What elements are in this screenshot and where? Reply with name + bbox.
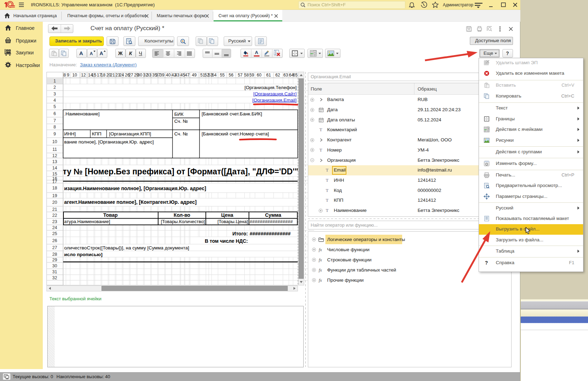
svg-text:40: 40 (166, 73, 171, 78)
svg-text:.Наименование]: .Наименование] (64, 111, 100, 116)
svg-text:19: 19 (52, 193, 57, 198)
svg-text:10: 10 (72, 73, 77, 78)
svg-text:24: 24 (52, 225, 57, 230)
svg-text:6: 6 (54, 111, 56, 116)
svg-text:17: 17 (52, 179, 57, 184)
svg-text:11: 11 (53, 147, 57, 152)
svg-text:БИК: БИК (174, 112, 184, 117)
svg-text:КПП: КПП (92, 131, 101, 136)
svg-text:12: 12 (52, 153, 57, 158)
svg-text:[Банковский счет.Номер счета]: [Банковский счет.Номер счета] (202, 131, 269, 136)
svg-text:61: 61 (266, 73, 271, 78)
svg-text:[Организация.Телефон]: [Организация.Телефон] (244, 85, 297, 90)
svg-text:60: 60 (257, 73, 262, 78)
svg-text:9: 9 (54, 132, 56, 136)
svg-text:49: 49 (192, 73, 197, 78)
svg-text:ИНН]: ИНН] (64, 131, 76, 136)
svg-text:18: 18 (52, 186, 57, 190)
svg-text:R: R (488, 128, 489, 130)
svg-text:атура.Наименование]: атура.Наименование] (64, 219, 110, 224)
svg-text:8: 8 (54, 125, 56, 129)
svg-text:Сч. №: Сч. № (174, 119, 188, 124)
svg-text:21: 21 (110, 73, 115, 78)
svg-text:[Товары.Количество]: [Товары.Количество] (161, 219, 205, 224)
svg-text:28: 28 (52, 252, 57, 257)
svg-text:Цена: Цена (221, 212, 234, 218)
svg-text:45: 45 (180, 73, 185, 78)
svg-text:[Организация.Сайт]: [Организация.Сайт] (253, 91, 297, 96)
svg-text:2: 2 (54, 85, 56, 90)
svg-text:1: 1 (54, 79, 56, 83)
svg-text:15: 15 (92, 73, 96, 78)
svg-text:9: 9 (67, 73, 69, 78)
svg-text:39: 39 (160, 73, 164, 78)
svg-text:29: 29 (52, 258, 57, 262)
svg-text:#################: ################# (250, 219, 293, 224)
svg-text:[Банковский счет.Банк.БИК]: [Банковский счет.Банк.БИК] (202, 111, 262, 116)
svg-text:57: 57 (238, 73, 243, 78)
svg-text:[Организация.КПП]: [Организация.КПП] (109, 131, 151, 136)
svg-text:13: 13 (52, 159, 57, 164)
svg-text:12: 12 (81, 73, 86, 78)
svg-text:63: 63 (283, 73, 288, 78)
svg-text:3: 3 (54, 92, 56, 96)
svg-text:33: 33 (147, 73, 151, 78)
svg-text:14: 14 (52, 166, 57, 171)
svg-text:65: 65 (293, 73, 298, 78)
svg-text:26: 26 (52, 238, 57, 243)
svg-text:Кол-во: Кол-во (174, 212, 190, 218)
svg-text:4: 4 (54, 98, 56, 103)
svg-text:47: 47 (185, 73, 190, 78)
svg-text:21: 21 (52, 207, 57, 212)
svg-text:32: 32 (52, 275, 57, 280)
svg-text:7: 7 (54, 118, 56, 123)
svg-text:30: 30 (137, 73, 142, 78)
svg-text:###############: ############### (250, 231, 291, 236)
svg-text:56: 56 (229, 73, 234, 78)
svg-text:Сч. №: Сч. № (174, 131, 188, 136)
svg-text:30: 30 (52, 263, 57, 268)
svg-text:54: 54 (212, 73, 217, 78)
svg-text:Итого:: Итого: (232, 231, 248, 236)
svg-text:вание полное], [Организация.Юр: вание полное], [Организация.Юр. адрес] (64, 139, 154, 145)
svg-text:27: 27 (52, 245, 57, 250)
svg-text:Сумма: Сумма (265, 212, 281, 218)
svg-text:27: 27 (128, 73, 133, 78)
svg-text:25: 25 (52, 231, 57, 236)
svg-text:Товар: Товар (103, 212, 118, 218)
svg-text:15: 15 (52, 172, 57, 176)
svg-text:10: 10 (52, 139, 57, 144)
svg-text:оличествоСтрок([Товары])], на: оличествоСтрок([Товары])], на сумму [Сум… (64, 245, 189, 250)
svg-text:5: 5 (54, 104, 56, 109)
svg-text:[Организация.Email]: [Организация.Email] (252, 98, 297, 103)
svg-text:изация.Наименование полное], [: изация.Наименование полное], [Организаци… (64, 186, 206, 191)
svg-text:55: 55 (220, 73, 225, 78)
svg-text:24: 24 (119, 73, 124, 78)
svg-text:18: 18 (101, 73, 106, 78)
svg-text:20: 20 (52, 200, 57, 205)
svg-text:59: 59 (249, 73, 254, 78)
svg-text:агент.Наименование полное], [К: агент.Наименование полное], [Контрагент.… (64, 199, 197, 205)
svg-text:58: 58 (244, 73, 249, 78)
svg-text:R: R (314, 51, 316, 54)
svg-text:исло прописью]: исло прописью] (64, 252, 102, 257)
svg-text:8: 8 (63, 73, 66, 78)
svg-text:[Товары.Цена]: [Товары.Цена] (217, 219, 248, 224)
svg-text:В том числе НДС:: В том числе НДС: (205, 238, 248, 244)
svg-text:62: 62 (275, 73, 280, 78)
svg-text:31: 31 (52, 269, 57, 274)
svg-text:23: 23 (52, 219, 57, 224)
svg-text:ту № [Номер.Без префикса] от [: ту № [Номер.Без префикса] от [Формат([Да… (63, 167, 304, 176)
svg-text:43: 43 (175, 73, 180, 78)
svg-text:22: 22 (52, 213, 57, 218)
